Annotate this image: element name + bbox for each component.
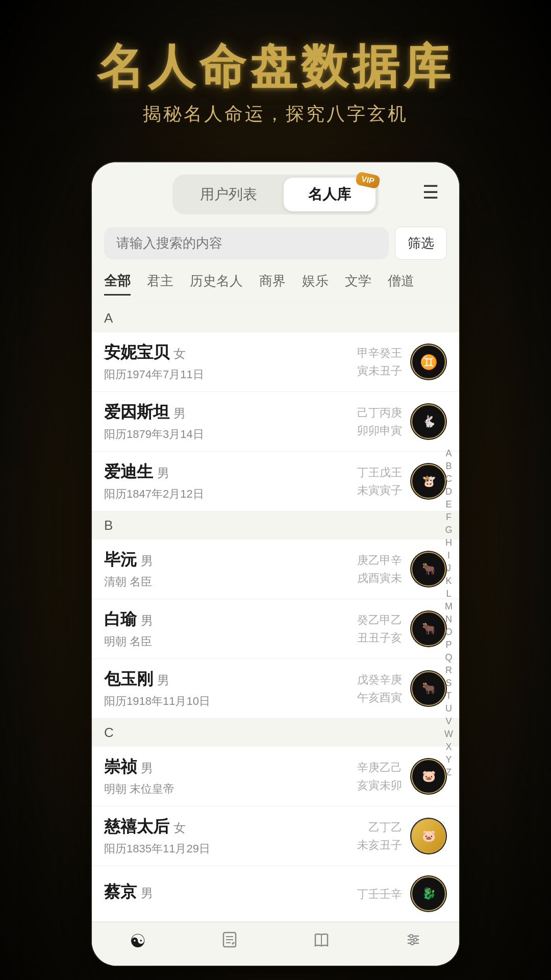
person-name: 爱因斯坦 [104, 403, 169, 421]
filter-button[interactable]: 筛选 [395, 227, 447, 260]
category-all[interactable]: 全部 [104, 272, 131, 296]
alpha-b[interactable]: B [442, 460, 455, 472]
alpha-f[interactable]: F [442, 511, 455, 523]
person-item[interactable]: 爱迪生男 阳历1847年2月12日 丁王戊王未寅寅子 🐮 [92, 452, 459, 511]
sub-title: 揭秘名人命运，探究八字玄机 [97, 102, 454, 127]
person-avatar: 🐇 [410, 403, 447, 440]
person-avatar: 🐂 [410, 610, 447, 647]
alpha-v[interactable]: V [442, 716, 455, 727]
category-entertainment[interactable]: 娱乐 [302, 272, 329, 296]
category-history[interactable]: 历史名人 [190, 272, 243, 296]
svg-point-8 [410, 935, 413, 938]
vip-badge: VIP [355, 172, 381, 189]
alpha-n[interactable]: N [442, 614, 455, 625]
section-header-a: A [92, 304, 459, 332]
alpha-q[interactable]: Q [442, 652, 455, 664]
alpha-j[interactable]: J [442, 562, 455, 574]
person-date: 阳历1835年11月29日 [104, 841, 357, 856]
alpha-e[interactable]: E [442, 499, 455, 510]
alpha-y[interactable]: Y [442, 754, 455, 766]
tab-user-list[interactable]: 用户列表 [176, 178, 282, 211]
menu-icon[interactable]: ☰ [422, 182, 439, 203]
person-date: 阳历1847年2月12日 [104, 486, 357, 502]
nav-yinyang[interactable]: ☯ [92, 930, 184, 953]
person-info: 包玉刚男 阳历1918年11月10日 [104, 668, 357, 709]
person-gender: 男 [141, 886, 153, 900]
category-tabs: 全部 君主 历史名人 商界 娱乐 文学 僧道 [92, 268, 459, 304]
person-item[interactable]: 爱因斯坦男 阳历1879年3月14日 己丁丙庚卯卯申寅 🐇 [92, 392, 459, 452]
person-item[interactable]: 慈禧太后女 阳历1835年11月29日 乙丁乙未亥丑子 🐷 [92, 806, 459, 866]
person-info: 崇祯男 明朝 末位皇帝 [104, 756, 357, 797]
person-gender: 男 [141, 761, 153, 775]
alphabet-sidebar: A B C D E F G H I J K L M N O P Q R S T [442, 448, 455, 778]
yinyang-icon: ☯ [130, 930, 146, 952]
person-date: 明朝 名臣 [104, 634, 357, 649]
category-business[interactable]: 商界 [259, 272, 286, 296]
alpha-o[interactable]: O [442, 626, 455, 638]
person-item[interactable]: 包玉刚男 阳历1918年11月10日 戊癸辛庚午亥酉寅 🐂 [92, 659, 459, 719]
alpha-z[interactable]: Z [442, 767, 455, 778]
alpha-x[interactable]: X [442, 741, 455, 753]
person-name: 爱迪生 [104, 462, 153, 481]
tab-celebrity-db[interactable]: 名人库 VIP [284, 178, 375, 211]
settings-icon [404, 930, 422, 953]
person-gender: 女 [173, 821, 186, 835]
alpha-t[interactable]: T [442, 690, 455, 702]
person-item[interactable]: 白瑜男 明朝 名臣 癸乙甲乙丑丑子亥 🐂 [92, 599, 459, 659]
person-gender: 男 [157, 673, 169, 687]
category-monarch[interactable]: 君主 [147, 272, 173, 296]
person-date: 阳历1879年3月14日 [104, 427, 357, 442]
person-chars: 丁王戊王未寅寅子 [357, 463, 402, 499]
person-avatar: 🐉 [410, 875, 447, 912]
category-literature[interactable]: 文学 [345, 272, 371, 296]
alpha-r[interactable]: R [442, 665, 455, 676]
person-chars: 辛庚乙己亥寅未卯 [357, 758, 402, 794]
section-header-b: B [92, 511, 459, 540]
person-info: 安妮宝贝女 阳历1974年7月11日 [104, 341, 357, 382]
phone-mockup: 用户列表 名人库 VIP ☰ 筛选 全部 君主 历史名人 商界 娱乐 文学 僧道 [92, 162, 459, 966]
person-gender: 男 [157, 466, 169, 480]
nav-book[interactable] [276, 930, 367, 953]
alpha-p[interactable]: P [442, 639, 455, 651]
nav-notes[interactable] [184, 930, 276, 953]
person-info: 慈禧太后女 阳历1835年11月29日 [104, 816, 357, 856]
alpha-d[interactable]: D [442, 486, 455, 498]
alpha-h[interactable]: H [442, 537, 455, 549]
person-chars: 戊癸辛庚午亥酉寅 [357, 671, 402, 706]
search-input[interactable] [104, 227, 389, 259]
book-icon [312, 930, 331, 953]
alpha-k[interactable]: K [442, 575, 455, 587]
alpha-i[interactable]: I [442, 550, 455, 561]
svg-point-10 [411, 942, 414, 945]
person-chars: 乙丁乙未亥丑子 [357, 818, 402, 854]
person-chars: 庚乙甲辛戌酉寅未 [357, 551, 402, 587]
alpha-l[interactable]: L [442, 588, 455, 600]
nav-settings[interactable] [367, 930, 459, 953]
person-gender: 男 [141, 554, 153, 568]
person-name: 安妮宝贝 [104, 343, 169, 361]
alpha-a[interactable]: A [442, 448, 455, 459]
person-item[interactable]: 毕沅男 清朝 名臣 庚乙甲辛戌酉寅未 🐂 [92, 540, 459, 599]
svg-point-9 [414, 938, 417, 941]
person-item[interactable]: 蔡京男 丁壬壬辛 🐉 [92, 866, 459, 922]
bottom-nav: ☯ [92, 922, 459, 966]
person-info: 毕沅男 清朝 名臣 [104, 549, 357, 590]
person-avatar: 🐂 [410, 551, 447, 587]
alpha-s[interactable]: S [442, 677, 455, 689]
alpha-u[interactable]: U [442, 703, 455, 715]
alpha-c[interactable]: C [442, 473, 455, 485]
person-avatar: ♊ [410, 344, 447, 380]
alpha-m[interactable]: M [442, 601, 455, 612]
alpha-g[interactable]: G [442, 524, 455, 536]
person-chars: 甲辛癸王寅未丑子 [357, 344, 402, 380]
person-avatar: 🐂 [410, 670, 447, 707]
category-religion[interactable]: 僧道 [388, 272, 414, 296]
alpha-w[interactable]: W [442, 728, 455, 740]
main-title: 名人命盘数据库 [97, 41, 454, 92]
person-info: 爱因斯坦男 阳历1879年3月14日 [104, 401, 357, 442]
person-info: 蔡京男 [104, 881, 357, 906]
person-info: 白瑜男 明朝 名臣 [104, 608, 357, 649]
person-item[interactable]: 安妮宝贝女 阳历1974年7月11日 甲辛癸王寅未丑子 ♊ [92, 332, 459, 392]
person-item[interactable]: 崇祯男 明朝 末位皇帝 辛庚乙己亥寅未卯 🐷 [92, 747, 459, 806]
person-date: 明朝 末位皇帝 [104, 781, 357, 797]
